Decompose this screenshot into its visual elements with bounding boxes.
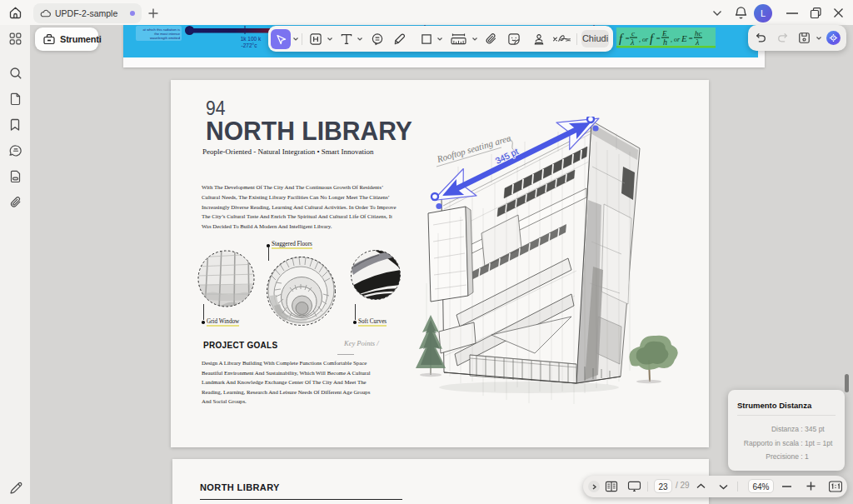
svg-text:λ: λ xyxy=(695,37,700,47)
svg-text:E: E xyxy=(681,33,687,43)
svg-text:c: c xyxy=(631,29,635,37)
svg-text:wavelength emitted: wavelength emitted xyxy=(150,36,181,40)
svg-text:1k 100 k: 1k 100 k xyxy=(241,36,262,42)
svg-text:, or: , or xyxy=(671,36,681,43)
svg-text:=: = xyxy=(625,34,630,42)
svg-text:=: = xyxy=(688,34,693,42)
svg-text:, or: , or xyxy=(639,36,649,43)
svg-text:E: E xyxy=(661,29,667,37)
svg-text:=: = xyxy=(656,34,661,42)
svg-text:λ: λ xyxy=(630,37,635,47)
svg-text:hc: hc xyxy=(695,29,702,37)
svg-text:h: h xyxy=(663,37,667,47)
svg-text:-272°c: -272°c xyxy=(242,42,258,48)
